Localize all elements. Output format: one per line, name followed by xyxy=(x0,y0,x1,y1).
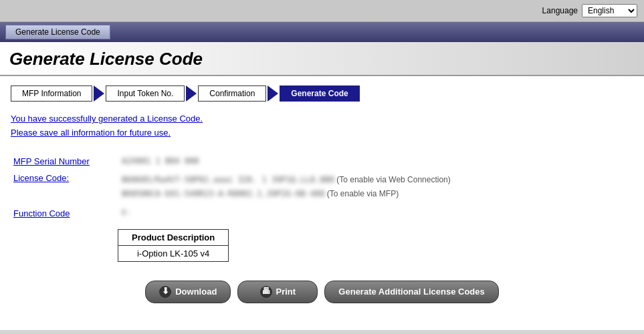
wizard-step-input-token: Input Token No. xyxy=(106,86,185,102)
serial-number-row: MFP Serial Number A2X001 1 B04 008 xyxy=(12,154,632,169)
product-desc-header-row: Product Description xyxy=(118,229,229,245)
language-label: Language xyxy=(542,6,578,15)
download-label: Download xyxy=(175,287,217,297)
nav-tab-bar: Generate License Code xyxy=(0,22,644,42)
print-label: Print xyxy=(276,287,296,297)
main-content: MFP Information Input Token No. Confirma… xyxy=(0,76,644,330)
top-bar: Language English Japanese French German xyxy=(0,0,644,22)
license-code-web-suffix: (To enable via Web Connection) xyxy=(336,175,451,184)
success-line2: Please save all information for future u… xyxy=(11,126,633,140)
serial-number-label[interactable]: MFP Serial Number xyxy=(12,154,119,169)
license-code-label[interactable]: License Code: xyxy=(12,170,119,204)
nav-tab-generate-license[interactable]: Generate License Code xyxy=(5,25,110,39)
download-button[interactable]: ⬇ Download xyxy=(145,281,231,303)
success-line1: You have successfully generated a Licens… xyxy=(11,112,633,126)
serial-number-value: A2X001 1 B04 008 xyxy=(120,154,632,169)
wizard-steps: MFP Information Input Token No. Confirma… xyxy=(11,86,633,102)
wizard-step-generate-code: Generate Code xyxy=(280,86,359,102)
license-code-values: B60685/Ra4V7-50P82.aaai 328. 1 39P1Q.LL8… xyxy=(120,170,632,204)
button-row: ⬇ Download 🖶 Print Generate Additional L… xyxy=(11,281,633,303)
product-desc-header: Product Description xyxy=(118,229,229,245)
success-message: You have successfully generated a Licens… xyxy=(11,112,633,140)
print-button[interactable]: 🖶 Print xyxy=(237,281,318,303)
function-code-value: F- xyxy=(120,206,632,221)
product-desc-table: Product Description i-Option LK-105 v4 xyxy=(118,229,229,262)
wizard-step-mfp-info: MFP Information xyxy=(11,86,92,102)
license-code-mfp-suffix: (To enable via MFP) xyxy=(327,189,399,198)
serial-number-blurred: A2X001 1 B04 008 xyxy=(122,156,199,166)
function-code-label[interactable]: Function Code xyxy=(12,206,119,221)
product-desc-row: i-Option LK-105 v4 xyxy=(118,245,229,261)
license-code-web-line: B60685/Ra4V7-50P82.aaai 328. 1 39P1Q.LL8… xyxy=(122,173,631,188)
page-header: Generate License Code xyxy=(0,42,644,76)
generate-additional-button[interactable]: Generate Additional License Codes xyxy=(324,281,498,303)
license-code-mfp-line: B60500CA-b91-549R23-A-R0002.1.39P2G-6B-4… xyxy=(122,187,631,202)
wizard-arrow-2 xyxy=(186,86,197,102)
wizard-step-confirmation: Confirmation xyxy=(198,86,266,102)
wizard-arrow-1 xyxy=(94,86,104,102)
info-table: MFP Serial Number A2X001 1 B04 008 Licen… xyxy=(11,152,633,222)
download-icon: ⬇ xyxy=(159,286,171,298)
license-code-mfp: B60500CA-b91-549R23-A-R0002.1.39P2G-6B-4… xyxy=(122,187,324,202)
license-code-web: B60685/Ra4V7-50P82.aaai 328. 1 39P1Q.LL8… xyxy=(122,173,334,188)
generate-additional-label: Generate Additional License Codes xyxy=(338,287,484,297)
product-desc-value: i-Option LK-105 v4 xyxy=(118,245,229,261)
function-code-row: Function Code F- xyxy=(12,206,632,221)
wizard-arrow-3 xyxy=(267,86,278,102)
language-select[interactable]: English Japanese French German xyxy=(582,4,637,17)
print-icon: 🖶 xyxy=(260,286,272,298)
license-code-row: License Code: B60685/Ra4V7-50P82.aaai 32… xyxy=(12,170,632,204)
function-code-blurred: F- xyxy=(122,208,131,218)
page-title: Generate License Code xyxy=(9,49,635,69)
